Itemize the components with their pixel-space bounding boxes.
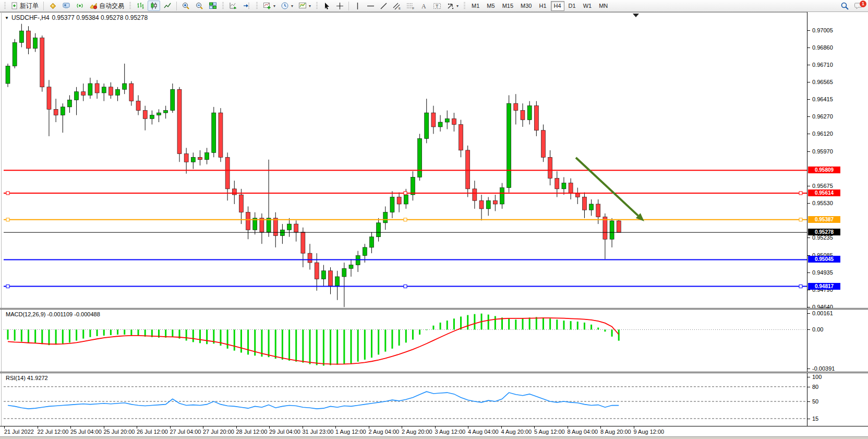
search-button[interactable]	[838, 1, 851, 11]
equidistant-channel-icon: E	[393, 2, 401, 10]
macd-histogram-bar	[488, 315, 489, 330]
macd-histogram-bar	[14, 329, 16, 340]
macd-histogram-bar	[282, 329, 283, 360]
bar-chart-button[interactable]	[134, 1, 147, 11]
macd-histogram-bar	[351, 329, 352, 363]
new-order-button[interactable]: 新订单	[9, 1, 41, 11]
text-icon: A	[420, 2, 428, 10]
tile-windows-button[interactable]	[207, 1, 219, 11]
svg-text:F: F	[413, 7, 415, 10]
macd-histogram-bar	[467, 315, 468, 330]
axis-tick-label: 0.96120	[812, 130, 833, 137]
time-axis-tick	[170, 426, 171, 429]
crosshair-tool-button[interactable]	[334, 1, 346, 11]
time-axis-label: 27 Jul 04:00	[170, 429, 201, 435]
fibonacci-tool-button[interactable]: F	[404, 1, 417, 11]
chevron-down-icon[interactable]: ▼	[5, 16, 9, 20]
toolbar-grip[interactable]	[222, 2, 224, 10]
notifications-button[interactable]: 1	[852, 1, 866, 11]
line-chart-button[interactable]	[161, 1, 174, 11]
macd-histogram-bar	[405, 329, 407, 342]
time-axis-label: 3 Aug 12:00	[435, 429, 466, 435]
price-line-label: 0.95278	[808, 229, 840, 235]
macd-histogram-bar	[432, 326, 434, 330]
macd-histogram-bar	[199, 329, 201, 343]
autotrading-button[interactable]: 自动交易	[87, 1, 126, 11]
toolbar-grip[interactable]	[316, 2, 318, 10]
periods-button[interactable]: ▾	[279, 1, 295, 11]
macd-histogram-bar	[172, 329, 173, 337]
panel-splitter[interactable]	[0, 372, 868, 373]
toolbar-grip[interactable]	[256, 2, 258, 10]
time-axis-tick	[137, 426, 137, 429]
macd-histogram-bar	[48, 329, 50, 345]
timeframe-H1[interactable]: H1	[536, 1, 549, 11]
macd-histogram-bar	[28, 329, 29, 342]
macd-histogram-bar	[7, 329, 9, 339]
arrows-tool-button[interactable]: ▾	[444, 1, 461, 11]
time-axis-label: 25 Jul 20:00	[104, 429, 135, 435]
macd-histogram-bar	[76, 329, 77, 340]
vertical-line-tool-button[interactable]	[352, 1, 364, 11]
timeframe-MN[interactable]: MN	[596, 1, 611, 11]
horizontal-line-tool-button[interactable]	[365, 1, 377, 11]
timeframe-D1[interactable]: D1	[565, 1, 579, 11]
macd-histogram-bar	[288, 329, 290, 360]
zoom-in-button[interactable]	[179, 1, 192, 11]
toolbar-grip[interactable]	[464, 2, 465, 10]
templates-button[interactable]: ▾	[296, 1, 313, 11]
cursor-tool-button[interactable]	[321, 1, 333, 11]
zoom-out-button[interactable]	[193, 1, 206, 11]
macd-histogram-bar	[323, 329, 324, 365]
macd-histogram-bar	[103, 329, 105, 336]
axis-tick-label: 0.00	[812, 326, 823, 333]
line-handle	[404, 218, 407, 221]
trendline-tool-button[interactable]	[378, 1, 390, 11]
timeframe-M30[interactable]: M30	[517, 1, 535, 11]
candlestick-chart-button[interactable]	[148, 1, 160, 11]
main-price-chart[interactable]	[4, 13, 807, 308]
timeframe-W1[interactable]: W1	[580, 1, 595, 11]
time-axis-tick	[303, 426, 303, 429]
price-axis[interactable]: 0.970050.968600.967100.965650.964150.962…	[807, 12, 868, 426]
toolbar-grip[interactable]	[129, 2, 131, 10]
timeframe-H4[interactable]: H4	[551, 1, 564, 11]
terminal-button[interactable]	[60, 1, 73, 11]
toolbar-separator	[348, 2, 349, 10]
macd-panel[interactable]	[4, 310, 807, 372]
macd-histogram-bar	[227, 329, 228, 348]
macd-histogram-bar	[343, 329, 345, 364]
axis-tick-label: -0.00391	[812, 365, 835, 372]
macd-histogram-bar	[384, 329, 386, 351]
timeframe-M15[interactable]: M15	[499, 1, 516, 11]
clock-icon	[281, 2, 289, 10]
text-label-tool-button[interactable]: T	[431, 1, 443, 11]
macd-histogram-bar	[364, 329, 366, 360]
rsi-panel[interactable]	[4, 373, 807, 426]
gold-diamond-button[interactable]	[46, 1, 59, 11]
axis-tick-label: 50	[812, 398, 818, 405]
axis-tick-label: 100	[812, 374, 822, 380]
zoom-in-icon	[182, 2, 190, 10]
equidistant-channel-tool-button[interactable]: E	[391, 1, 403, 11]
new-order-icon	[11, 2, 18, 9]
text-tool-button[interactable]: A	[418, 1, 430, 11]
time-axis-label: 25 Jul 04:00	[70, 429, 102, 435]
time-axis[interactable]: 21 Jul 202222 Jul 12:0025 Jul 04:0025 Ju…	[0, 426, 868, 436]
macd-histogram-bar	[549, 318, 551, 329]
macd-label: MACD(12,26,9) -0.001109 -0.000488	[6, 311, 100, 317]
timeframe-M1[interactable]: M1	[468, 1, 483, 11]
signals-button[interactable]	[74, 1, 86, 11]
indicators-dropdown-caret: ▾	[273, 4, 275, 8]
chart-shift-button[interactable]	[240, 1, 253, 11]
time-axis-label: 2 Aug 04:00	[369, 429, 400, 435]
macd-histogram-bar	[563, 321, 564, 329]
axis-tick-label: 80	[812, 384, 818, 390]
panel-splitter[interactable]	[0, 308, 868, 310]
indicators-button[interactable]: ▾	[261, 1, 278, 11]
macd-histogram-bar	[55, 329, 57, 345]
macd-histogram-bar	[268, 329, 270, 357]
auto-scroll-button[interactable]	[227, 1, 239, 11]
toolbar-grip[interactable]	[4, 2, 6, 10]
timeframe-M5[interactable]: M5	[484, 1, 498, 11]
